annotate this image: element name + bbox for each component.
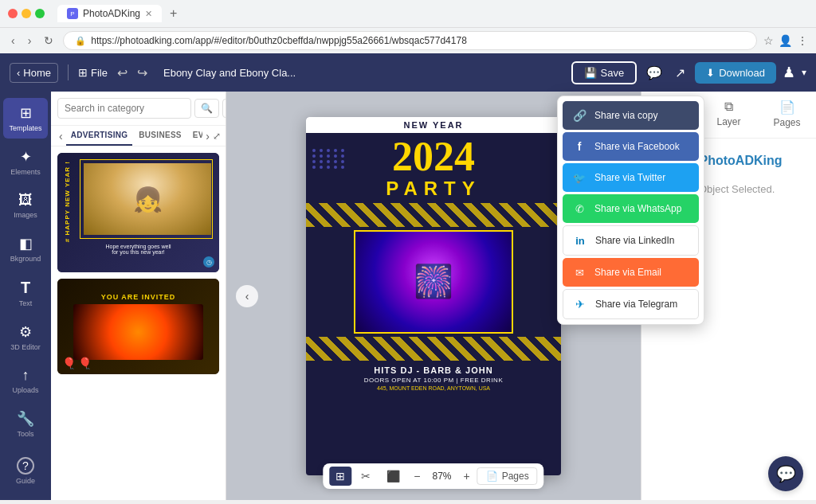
zoom-level: 87% — [427, 469, 456, 483]
redo-button[interactable]: ↪ — [137, 65, 147, 80]
canvas-tool-crop[interactable]: ✂ — [355, 467, 377, 486]
share-twitter-option[interactable]: 🐦 Share via Twitter — [563, 163, 699, 192]
layer-tab-label: Layer — [716, 116, 740, 127]
file-menu[interactable]: ⊞ File — [78, 66, 108, 79]
document-title: Ebony Clay and Ebony Cla... — [163, 67, 296, 79]
app-body: ⊞ Templates ✦ Elements 🖼 Images ◧ Bkgrou… — [0, 92, 816, 500]
guide-icon: ? — [17, 457, 34, 475]
save-button[interactable]: 💾 Save — [571, 61, 638, 84]
share-whatsapp-option[interactable]: ✆ Share via WhatsApp — [563, 194, 699, 223]
tab-favicon: P — [67, 8, 78, 19]
search-button[interactable]: 🔍 — [194, 99, 219, 118]
new-tab-button[interactable]: + — [165, 5, 182, 22]
close-dot[interactable] — [8, 9, 18, 18]
tab-layer[interactable]: ⧉ Layer — [700, 92, 758, 138]
file-label: File — [91, 67, 108, 79]
search-input[interactable] — [57, 98, 191, 119]
pages-icon: 📄 — [486, 471, 498, 482]
tab-close-button[interactable]: ✕ — [145, 9, 152, 19]
browser-toolbar-actions: ☆ 👤 ⋮ — [763, 34, 808, 47]
back-button[interactable]: ‹ — [8, 33, 18, 49]
pages-label: Pages — [502, 471, 529, 482]
share-email-option[interactable]: ✉ Share via Email — [563, 258, 699, 287]
refresh-button[interactable]: ↻ — [41, 33, 57, 49]
template-card-new-year[interactable]: # HAPPY NEW YEAR ! 👧 Hope everything goe… — [57, 153, 219, 272]
nav-prev-button[interactable]: ‹ — [56, 127, 66, 146]
address-bar[interactable]: 🔒 https://photoadking.com/app/#/editor/b… — [63, 31, 757, 50]
menu-button[interactable]: ⋮ — [797, 34, 808, 47]
canvas-photo: 🎆 — [354, 230, 513, 334]
templates-panel: 🔍 ☰ ‹ ADVERTISING BUSINESS EVEN › ⤢ — [51, 92, 226, 500]
save-icon: 💾 — [584, 67, 597, 79]
pages-button[interactable]: 📄 Pages — [477, 467, 538, 485]
download-button[interactable]: ⬇ Download — [695, 62, 776, 84]
browser-tab-active[interactable]: P PhotoADKing ✕ — [57, 5, 162, 22]
tab-pages[interactable]: 📄 Pages — [758, 92, 816, 138]
tab-business[interactable]: BUSINESS — [134, 126, 186, 146]
tab-events[interactable]: EVEN — [188, 126, 202, 146]
sidebar-templates-label: Templates — [9, 124, 41, 132]
chevron-down-icon[interactable]: ▾ — [802, 67, 806, 78]
browser-chrome: P PhotoADKing ✕ + ‹ › ↻ 🔒 https://photoa… — [0, 0, 816, 53]
sidebar-item-uploads[interactable]: ↑ Uploads — [3, 361, 48, 400]
sidebar-item-images[interactable]: 🖼 Images — [3, 186, 48, 225]
header-right: 💾 Save 💬 ↗ ⬇ Download ♟ ▾ — [571, 61, 806, 84]
text-icon: T — [21, 279, 30, 297]
canvas-toolbar: ⊞ ✂ ⬛ − 87% + 📄 Pages — [323, 463, 543, 489]
url-text: https://photoadking.com/app/#/editor/b0u… — [91, 35, 745, 46]
nav-next-button[interactable]: › — [202, 127, 213, 146]
expand-button[interactable]: ⤢ — [213, 131, 221, 142]
sidebar-item-guide[interactable]: ? Guide — [3, 451, 48, 491]
sidebar-background-label: Bkground — [10, 255, 41, 263]
home-button[interactable]: ‹ Home — [10, 63, 58, 83]
header-left: ‹ Home ⊞ File ↩ ↪ Ebony Clay and Ebony C… — [10, 63, 302, 83]
share-button[interactable]: ↗ — [672, 62, 688, 84]
canvas-prev-button[interactable]: ‹ — [236, 285, 258, 307]
undo-button[interactable]: ↩ — [117, 65, 128, 80]
comment-button[interactable]: 💬 — [643, 62, 665, 84]
sidebar-item-tools[interactable]: 🔧 Tools — [3, 404, 48, 444]
chat-icon: 💬 — [776, 464, 796, 483]
uploads-icon: ↑ — [22, 367, 29, 384]
app-header: ‹ Home ⊞ File ↩ ↪ Ebony Clay and Ebony C… — [0, 53, 816, 92]
bookmark-button[interactable]: ☆ — [763, 34, 774, 47]
maximize-dot[interactable] — [35, 9, 45, 18]
profile-button[interactable]: 👤 — [779, 34, 792, 47]
sidebar-item-templates[interactable]: ⊞ Templates — [3, 98, 48, 139]
canvas-tool-grid[interactable]: ⊞ — [329, 467, 351, 486]
sidebar-item-elements[interactable]: ✦ Elements — [3, 142, 48, 182]
minimize-dot[interactable] — [22, 9, 31, 18]
canvas-address-text: 445, MOUNT EDEN ROAD, ANYTOWN, USA — [309, 385, 558, 391]
sidebar-item-shortcuts[interactable]: ⌨ Shortcuts — [3, 494, 48, 500]
share-telegram-option[interactable]: ✈ Share via Telegram — [563, 289, 699, 319]
zoom-in-button[interactable]: + — [460, 468, 474, 484]
pages-tab-label: Pages — [773, 117, 800, 128]
forward-button[interactable]: › — [25, 33, 35, 49]
sidebar-elements-label: Elements — [10, 168, 41, 176]
zoom-out-button[interactable]: − — [410, 468, 424, 484]
left-sidebar: ⊞ Templates ✦ Elements 🖼 Images ◧ Bkgrou… — [0, 92, 51, 500]
template-card-invited[interactable]: YOU ARE INVITED 🎈 🎈 — [57, 279, 219, 374]
share-copy-option[interactable]: 🔗 Share via copy — [563, 101, 699, 130]
canvas-bottom-text: HITS DJ - BARB & JOHN DOORS OPEN AT 10:0… — [306, 361, 561, 396]
template2-photo-inner — [73, 304, 202, 360]
sidebar-uploads-label: Uploads — [12, 386, 38, 394]
sidebar-item-background[interactable]: ◧ Bkground — [3, 229, 48, 269]
elements-icon: ✦ — [20, 148, 32, 166]
home-label: Home — [23, 67, 51, 79]
twitter-icon: 🐦 — [571, 169, 588, 186]
chat-bubble[interactable]: 💬 — [768, 456, 803, 491]
share-facebook-option[interactable]: f Share via Facebook — [563, 132, 699, 161]
browser-toolbar: ‹ › ↻ 🔒 https://photoadking.com/app/#/ed… — [0, 27, 816, 53]
canvas-tool-screen[interactable]: ⬛ — [380, 467, 406, 486]
sidebar-guide-label: Guide — [16, 477, 35, 485]
canvas-year-text: 2024 — [312, 136, 555, 178]
tab-advertising[interactable]: ADVERTISING — [66, 126, 133, 146]
share-linkedin-label: Share via LinkedIn — [595, 235, 674, 246]
sidebar-text-label: Text — [19, 299, 33, 307]
share-linkedin-option[interactable]: in Share via LinkedIn — [563, 225, 699, 256]
template2-area: YOU ARE INVITED 🎈 🎈 — [57, 279, 219, 374]
sidebar-3d-label: 3D Editor — [10, 343, 41, 351]
sidebar-item-text[interactable]: T Text — [3, 272, 48, 314]
sidebar-item-3d-editor[interactable]: ⚙ 3D Editor — [3, 317, 48, 357]
